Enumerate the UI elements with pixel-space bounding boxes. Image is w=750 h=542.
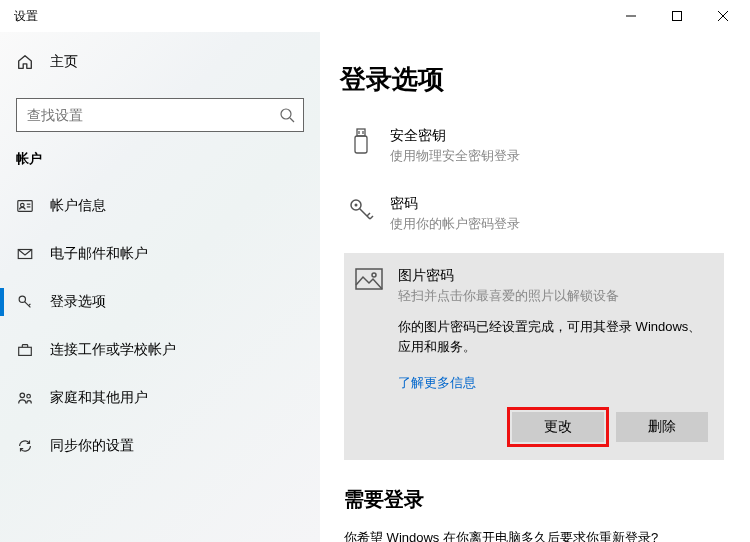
key-icon [16,293,34,311]
svg-point-7 [21,203,25,207]
search-input[interactable] [25,106,279,124]
sidebar-item-label: 同步你的设置 [50,437,134,455]
change-button[interactable]: 更改 [512,412,604,442]
svg-point-4 [281,109,291,119]
briefcase-icon [16,341,34,359]
svg-rect-1 [673,12,682,21]
search-box[interactable] [16,98,304,132]
option-picture-password[interactable]: 图片密码 轻扫并点击你最喜爱的照片以解锁设备 [352,267,710,305]
option-sub: 使用你的帐户密码登录 [390,215,520,233]
password-key-icon [344,195,378,229]
sidebar-item-email[interactable]: 电子邮件和帐户 [0,234,320,274]
sidebar-item-label: 电子邮件和帐户 [50,245,148,263]
sidebar-item-account-info[interactable]: 帐户信息 [0,186,320,226]
sidebar-item-label: 家庭和其他用户 [50,389,148,407]
sidebar-item-signin-options[interactable]: 登录选项 [0,282,320,322]
require-signin-heading: 需要登录 [344,486,750,513]
sidebar-item-family[interactable]: 家庭和其他用户 [0,378,320,418]
option-title: 密码 [390,195,520,213]
option-sub: 使用物理安全密钥登录 [390,147,520,165]
sidebar-item-label: 帐户信息 [50,197,106,215]
delete-button[interactable]: 删除 [616,412,708,442]
option-picture-password-card: 图片密码 轻扫并点击你最喜爱的照片以解锁设备 你的图片密码已经设置完成，可用其登… [344,253,724,460]
svg-point-16 [27,394,31,398]
window-controls [608,0,746,32]
main-panel: 登录选项 安全密钥 使用物理安全密钥登录 密码 使用你的帐户密码登录 [320,32,750,542]
sidebar-item-work-school[interactable]: 连接工作或学校帐户 [0,330,320,370]
option-title: 图片密码 [398,267,619,285]
option-title: 安全密钥 [390,127,520,145]
close-button[interactable] [700,0,746,32]
svg-point-22 [355,204,358,207]
option-security-key[interactable]: 安全密钥 使用物理安全密钥登录 [344,117,750,175]
svg-point-27 [372,273,376,277]
section-title: 帐户 [0,150,320,168]
home-button[interactable]: 主页 [0,42,320,82]
usb-key-icon [344,127,378,161]
learn-more-link[interactable]: 了解更多信息 [398,374,710,392]
mail-icon [16,245,34,263]
svg-rect-17 [357,129,365,136]
svg-line-13 [29,304,31,306]
sidebar-item-label: 连接工作或学校帐户 [50,341,176,359]
page-title: 登录选项 [340,62,750,97]
sidebar-item-sync[interactable]: 同步你的设置 [0,426,320,466]
svg-line-24 [367,213,370,216]
option-sub: 轻扫并点击你最喜爱的照片以解锁设备 [398,287,619,305]
settings-window: 设置 主页 帐户 帐户信息 [0,0,750,542]
svg-line-5 [290,118,294,122]
id-card-icon [16,197,34,215]
svg-point-11 [19,296,25,302]
require-signin-question: 你希望 Windows 在你离开电脑多久后要求你重新登录? [344,529,750,542]
people-icon [16,389,34,407]
svg-rect-20 [355,136,367,153]
home-icon [16,53,34,71]
sidebar: 主页 帐户 帐户信息 电子邮件和帐户 登录选项 连接工作或学校帐户 [0,32,320,542]
svg-line-25 [370,216,373,219]
svg-rect-6 [18,201,32,212]
svg-point-15 [20,393,25,398]
maximize-button[interactable] [654,0,700,32]
home-label: 主页 [50,53,78,71]
search-icon [279,107,295,123]
sidebar-item-label: 登录选项 [50,293,106,311]
minimize-button[interactable] [608,0,654,32]
titlebar: 设置 [0,0,750,32]
svg-rect-26 [356,269,382,289]
option-password[interactable]: 密码 使用你的帐户密码登录 [344,185,750,243]
picture-password-desc: 你的图片密码已经设置完成，可用其登录 Windows、应用和服务。 [398,317,710,356]
svg-rect-14 [19,347,32,355]
window-title: 设置 [14,8,38,25]
picture-icon [352,267,386,301]
sync-icon [16,437,34,455]
